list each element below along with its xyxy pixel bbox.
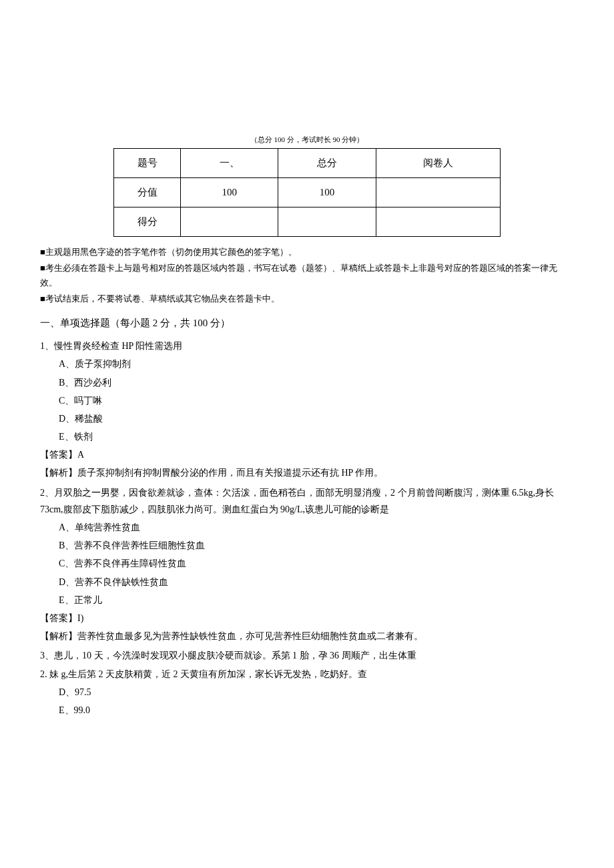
option-b: B、营养不良伴营养性巨细胞性贫血 bbox=[59, 537, 574, 554]
table-row: 题号 一、 总分 阅卷人 bbox=[114, 148, 501, 177]
cell: 100 bbox=[181, 177, 278, 207]
instruction-line: ■考试结束后，不要将试卷、草稿纸或其它物品夹在答题卡中。 bbox=[40, 292, 574, 306]
section-title: 一、单项选择题（每小题 2 分，共 100 分） bbox=[40, 314, 574, 332]
table-row: 得分 bbox=[114, 207, 501, 236]
question-1: 1、慢性胃炎经检查 HP 阳性需选用 A、质子泵抑制剂 B、西沙必利 C、吗丁啉… bbox=[40, 338, 574, 482]
score-table: 题号 一、 总分 阅卷人 分值 100 100 得分 bbox=[113, 148, 501, 237]
cell bbox=[376, 177, 500, 207]
question-stem: 1、慢性胃炎经检查 HP 阳性需选用 bbox=[40, 338, 574, 354]
cell: 总分 bbox=[278, 148, 376, 177]
option-e: E、99.0 bbox=[59, 702, 574, 719]
answer: 【答案】I) bbox=[40, 610, 574, 626]
table-row: 分值 100 100 bbox=[114, 177, 501, 207]
option-c: C、营养不良伴再生障碍性贫血 bbox=[59, 555, 574, 572]
options: A、质子泵抑制剂 B、西沙必利 C、吗丁啉 D、稀盐酸 E、铁剂 bbox=[40, 356, 574, 445]
option-e: E、正常儿 bbox=[59, 592, 574, 608]
analysis: 【解析】质子泵抑制剂有抑制胃酸分泌的作用，而且有关报道提示还有抗 HP 作用。 bbox=[40, 464, 574, 481]
cell bbox=[181, 207, 278, 236]
options: D、97.5 E、99.0 bbox=[40, 684, 574, 719]
header-note: （总分 100 分，考试时长 90 分钟） bbox=[40, 133, 574, 147]
question-2: 2、月双胎之一男婴，因食欲差就诊，查体：欠活泼，面色稍苍白，面部无明显消瘦，2 … bbox=[40, 484, 574, 645]
option-d: D、营养不良伴缺铁性贫血 bbox=[59, 574, 574, 590]
cell-label: 题号 bbox=[114, 148, 181, 177]
options: A、单纯营养性贫血 B、营养不良伴营养性巨细胞性贫血 C、营养不良伴再生障碍性贫… bbox=[40, 519, 574, 608]
question-stem: 2、月双胎之一男婴，因食欲差就诊，查体：欠活泼，面色稍苍白，面部无明显消瘦，2 … bbox=[40, 484, 574, 518]
cell bbox=[376, 207, 500, 236]
cell: 100 bbox=[278, 177, 376, 207]
option-a: A、质子泵抑制剂 bbox=[59, 356, 574, 372]
question-stem: 3、患儿，10 天，今洗澡时发现双小腿皮肤冷硬而就诊。系第 1 胎，孕 36 周… bbox=[40, 647, 574, 664]
analysis: 【解析】营养性贫血最多见为营养性缺铁性贫血，亦可见营养性巨幼细胞性贫血或二者兼有… bbox=[40, 628, 574, 644]
option-c: C、吗丁啉 bbox=[59, 392, 574, 409]
option-b: B、西沙必利 bbox=[59, 374, 574, 391]
question-stem: 2. 妹 g,生后第 2 天皮肤稍黄，近 2 天黄疸有所加深，家长诉无发热，吃奶… bbox=[40, 666, 574, 683]
option-d: D、97.5 bbox=[59, 684, 574, 701]
cell: 一、 bbox=[181, 148, 278, 177]
cell bbox=[278, 207, 376, 236]
question-3: 3、患儿，10 天，今洗澡时发现双小腿皮肤冷硬而就诊。系第 1 胎，孕 36 周… bbox=[40, 647, 574, 719]
instruction-line: ■主观题用黑色字迹的答字笔作答（切勿使用其它颜色的签字笔）。 bbox=[40, 245, 574, 260]
instructions-block: ■主观题用黑色字迹的答字笔作答（切勿使用其它颜色的签字笔）。 ■考生必须在答题卡… bbox=[40, 245, 574, 306]
option-e: E、铁剂 bbox=[59, 428, 574, 445]
answer: 【答案】A bbox=[40, 446, 574, 463]
option-d: D、稀盐酸 bbox=[59, 410, 574, 427]
option-a: A、单纯营养性贫血 bbox=[59, 519, 574, 536]
cell-label: 得分 bbox=[114, 207, 181, 236]
instruction-line: ■考生必须在答题卡上与题号相对应的答题区域内答题，书写在试卷（题签）、草稿纸上或… bbox=[40, 261, 574, 290]
cell: 阅卷人 bbox=[376, 148, 500, 177]
cell-label: 分值 bbox=[114, 177, 181, 207]
